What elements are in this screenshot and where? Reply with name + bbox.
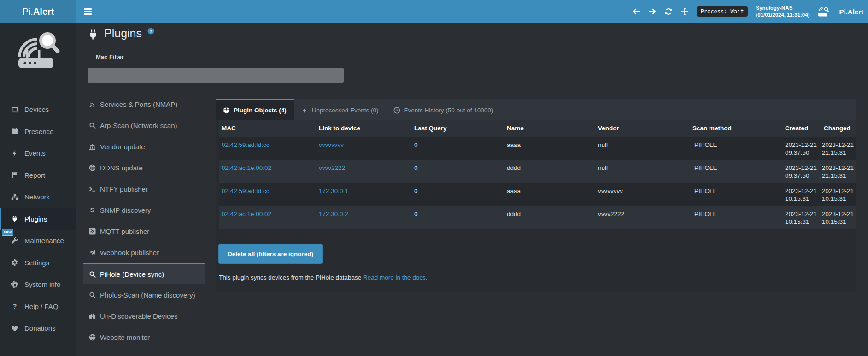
sidebar-item-report[interactable]: Report <box>0 164 76 187</box>
plugin-item-label: Webhook publisher <box>100 249 159 257</box>
tab-bar: Plugin Objects (4) Unprocessed Events (0… <box>216 99 856 120</box>
satellite-icon <box>89 101 96 108</box>
col-created: Created <box>784 120 821 137</box>
sidebar-item-plugins[interactable]: Plugins <box>0 208 76 230</box>
plugin-item-ddns-update[interactable]: DDNS update <box>83 157 205 178</box>
sidebar-item-label: Donations <box>24 324 56 332</box>
plugin-description-text: This plugin syncs devices from the PiHol… <box>219 274 363 281</box>
plugin-item-pholus-scan-name-discovery[interactable]: Pholus-Scan (Name discovery) <box>83 284 205 305</box>
gear-icon <box>11 259 18 266</box>
mac-filter-select[interactable]: -- <box>88 68 344 83</box>
pialert-app: Pi.Alert Process: Wait Synology-NAS (01/… <box>0 0 868 356</box>
nav-button-refresh[interactable] <box>664 7 673 16</box>
device-link[interactable]: 172.30.0.2 <box>319 210 348 217</box>
tab-label: Unprocessed Events (0) <box>312 107 379 114</box>
help-icon[interactable]: ? <box>147 28 154 35</box>
host-timestamp: (01/01/2024, 11:31:04) <box>756 12 809 18</box>
plugin-item-snmp-discovery[interactable]: S SNMP discovery <box>83 199 205 221</box>
bolt-icon <box>301 107 308 114</box>
plugin-item-website-monitor[interactable]: Website monitor <box>83 327 205 348</box>
globe-icon <box>89 164 96 171</box>
sidebar-item-label: Devices <box>24 105 49 113</box>
sidebar-item-maintenance[interactable]: NEW Maintenance <box>0 230 76 252</box>
plugin-item-arp-scan-network-scan[interactable]: Arp-Scan (Network scan) <box>83 115 205 136</box>
device-link[interactable]: vvvv2222 <box>319 164 345 171</box>
cell-vendor: null <box>595 160 692 183</box>
tab-events-history-50-out-of-10000[interactable]: Events History (50 out of 10000) <box>386 99 501 120</box>
cell-changed: 2023-12-2110:15:31 <box>821 206 855 229</box>
mac-link[interactable]: 02:42:59:ad:fd:cc <box>222 187 270 194</box>
plugin-item-services-ports-nmap[interactable]: Services & Ports (NMAP) <box>83 93 205 115</box>
column-label: Scan method <box>692 125 732 132</box>
col-name: Name <box>504 120 595 137</box>
terminal-icon <box>89 186 96 193</box>
column-label: Last Query <box>414 125 447 132</box>
host-name: Synology-NAS <box>756 5 809 12</box>
brand-logo[interactable]: Pi.Alert <box>0 0 76 23</box>
flag-icon <box>11 171 18 179</box>
cell-scan-method: PIHOLE <box>692 206 784 229</box>
cell-created: 2023-12-2110:15:31 <box>784 183 821 206</box>
plugin-item-ntfy-publisher[interactable]: NTFY publisher <box>83 178 205 199</box>
cell-last-query: 0 <box>411 206 504 229</box>
new-badge: NEW <box>2 229 13 236</box>
table-row-dddd: 02:42:ac:1e:00:02 vvvv2222 0 dddd null P… <box>219 160 856 183</box>
page-title: Plugins <box>104 27 142 40</box>
table-header: MAC Link to device Last Query Name Vendo… <box>219 120 856 137</box>
plugin-item-pihole-device-sync[interactable]: PiHole (Device sync) <box>83 263 205 284</box>
mac-link[interactable]: 02:42:ac:1e:00:02 <box>222 210 271 217</box>
sidebar-item-help-faq[interactable]: ? Help / FAQ <box>0 296 76 318</box>
plugin-item-label: Services & Ports (NMAP) <box>100 100 177 108</box>
svg-text:?: ? <box>150 29 152 34</box>
mac-link[interactable]: 02:42:59:ad:fd:cc <box>222 141 270 148</box>
cell-scan-method: PIHOLE <box>692 160 784 183</box>
sidebar-item-label: Plugins <box>24 215 47 223</box>
device-link[interactable]: vvvvvvvv <box>319 141 344 148</box>
sidebar-item-presence[interactable]: Presence <box>0 121 76 143</box>
send-icon <box>89 249 96 256</box>
heart-icon <box>11 325 18 332</box>
plugin-description: This plugin syncs devices from the PiHol… <box>219 274 856 281</box>
nav-button-back[interactable] <box>632 7 640 16</box>
plugin-item-mqtt-publisher[interactable]: MQTT publisher <box>83 221 205 242</box>
sidebar-item-donations[interactable]: Donations <box>0 317 76 339</box>
host-info: Synology-NAS (01/01/2024, 11:31:04) <box>756 5 809 18</box>
col-vendor: Vendor <box>595 120 692 137</box>
navbar-right-cluster: Process: Wait Synology-NAS (01/01/2024, … <box>632 0 863 23</box>
sidebar-item-label: Help / FAQ <box>24 303 58 310</box>
plugin-item-vendor-update[interactable]: Vendor update <box>83 136 205 157</box>
delete-all-button[interactable]: Delete all (filters are ignored) <box>218 244 323 264</box>
tab-plugin-objects-4[interactable]: Plugin Objects (4) <box>216 99 294 120</box>
tab-label: Events History (50 out of 10000) <box>404 107 493 114</box>
cell-last-query: 0 <box>411 160 504 183</box>
device-link[interactable]: 172.30.0.1 <box>319 187 348 194</box>
plugin-item-un-discoverable-devices[interactable]: Un-Discoverable Devices <box>83 305 205 327</box>
tab-label: Plugin Objects (4) <box>234 107 287 114</box>
sidebar-item-settings[interactable]: Settings <box>0 252 76 274</box>
page-header: Plugins ? <box>88 27 154 41</box>
plugin-item-label: NTFY publisher <box>100 185 148 193</box>
docs-link[interactable]: Read more in the docs. <box>363 274 428 281</box>
sidebar-item-system-info[interactable]: System info <box>0 274 76 296</box>
bank-icon <box>89 143 96 150</box>
nav-button-forward[interactable] <box>648 7 657 16</box>
sidebar-item-events[interactable]: Events <box>0 142 76 164</box>
s-letter-icon: S <box>89 207 96 214</box>
tab-unprocessed-events-0[interactable]: Unprocessed Events (0) <box>294 99 386 120</box>
cell-name: dddd <box>504 206 595 229</box>
sidebar-item-label: Settings <box>24 259 49 267</box>
cell-vendor: vvvv2222 <box>595 206 692 229</box>
mac-link[interactable]: 02:42:ac:1e:00:02 <box>222 164 271 171</box>
rss-icon <box>89 228 96 235</box>
nav-button-maximize[interactable] <box>680 7 689 16</box>
brand-text-bold: Alert <box>33 6 54 17</box>
plugin-item-webhook-publisher[interactable]: Webhook publisher <box>83 242 205 263</box>
nav-icon-group <box>632 7 689 16</box>
sidebar-item-network[interactable]: Network <box>0 186 76 208</box>
plugin-item-label: MQTT publisher <box>100 228 149 235</box>
cell-vendor: vvvvvvvv <box>595 183 692 206</box>
sidebar-item-devices[interactable]: Devices <box>0 99 76 121</box>
menu-toggle-icon[interactable] <box>84 7 93 16</box>
cell-vendor: null <box>595 137 692 160</box>
column-label: Created <box>785 125 808 132</box>
